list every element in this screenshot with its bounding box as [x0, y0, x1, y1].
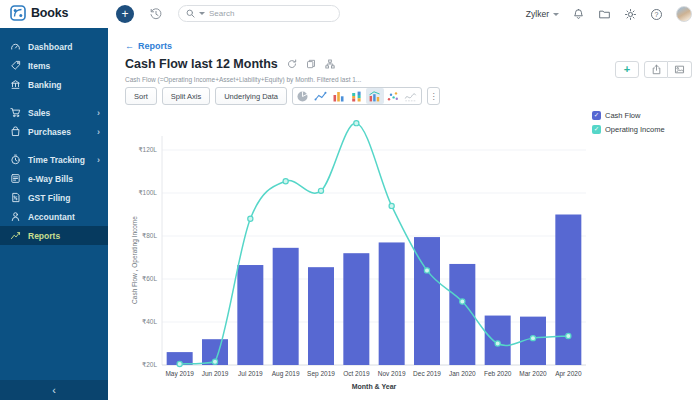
line-chart-type-icon[interactable] — [312, 88, 330, 104]
copy-button[interactable] — [306, 59, 316, 69]
bag-icon — [10, 126, 21, 137]
app-logo[interactable]: Books — [10, 5, 68, 21]
svg-text:₹100L: ₹100L — [138, 189, 157, 196]
sort-button[interactable]: Sort — [125, 87, 157, 105]
cart-icon — [10, 107, 21, 118]
svg-text:₹60L: ₹60L — [142, 275, 157, 282]
sidebar-collapse-button[interactable]: ‹ — [0, 380, 108, 400]
sidebar-item-gst-filing[interactable]: GST Filing — [0, 188, 108, 207]
bar-chart-type-icon[interactable] — [330, 88, 348, 104]
org-selector[interactable]: Zylker — [526, 9, 559, 19]
svg-text:Feb 2020: Feb 2020 — [484, 370, 512, 377]
sidebar-item-purchases[interactable]: Purchases › — [0, 122, 108, 141]
search-icon — [186, 9, 195, 18]
app-name: Books — [31, 6, 68, 20]
sidebar-item-sales[interactable]: Sales › — [0, 103, 108, 122]
svg-text:₹120L: ₹120L — [138, 146, 157, 153]
back-to-reports-link[interactable]: ← Reports — [125, 41, 172, 51]
legend-item-operating-income[interactable]: ✓ Operating Income — [592, 125, 665, 134]
chevron-right-icon: › — [97, 155, 100, 165]
tag-icon — [10, 60, 21, 71]
sidebar-item-time-tracking[interactable]: Time Tracking › — [0, 150, 108, 169]
svg-text:Mar 2020: Mar 2020 — [519, 370, 547, 377]
line-chart-icon — [10, 230, 21, 241]
folder-icon — [598, 8, 611, 21]
plus-icon: + — [624, 64, 630, 75]
svg-text:₹40L: ₹40L — [142, 318, 157, 325]
chevron-left-icon: ‹ — [52, 384, 56, 396]
global-search[interactable] — [178, 5, 340, 22]
flow-share-icon — [325, 59, 335, 69]
svg-text:May 2019: May 2019 — [165, 370, 194, 378]
underlying-data-button[interactable]: Underlying Data — [215, 87, 287, 105]
gear-icon — [624, 8, 637, 21]
settings-button[interactable] — [624, 8, 637, 21]
person-icon — [10, 211, 21, 222]
stopwatch-icon — [10, 154, 21, 165]
export-image-button[interactable] — [668, 61, 692, 78]
search-scope-caret-icon[interactable] — [199, 12, 205, 15]
scatter-chart-icon[interactable] — [384, 88, 402, 104]
svg-text:Oct 2019: Oct 2019 — [343, 370, 370, 377]
trend-chart-icon[interactable] — [402, 88, 420, 104]
sidebar-item-items[interactable]: Items — [0, 56, 108, 75]
search-input[interactable] — [209, 9, 332, 18]
combo-chart-icon[interactable] — [366, 88, 384, 104]
report-subtitle: Cash Flow (=Operating Income+Asset+Liabi… — [125, 76, 361, 83]
question-icon: ? — [650, 8, 663, 21]
user-avatar[interactable] — [676, 6, 692, 22]
back-arrow-icon: ← — [125, 41, 134, 51]
export-icon — [651, 64, 662, 75]
documents-button[interactable] — [598, 8, 611, 21]
sidebar-item-reports[interactable]: Reports — [0, 226, 108, 245]
svg-text:Dec 2019: Dec 2019 — [413, 370, 441, 377]
recent-history-button[interactable] — [149, 7, 163, 21]
svg-text:?: ? — [655, 10, 659, 17]
copy-icon — [306, 59, 316, 69]
help-button[interactable]: ? — [650, 8, 663, 21]
cashflow-chart: ₹20L₹40L₹60L₹80L₹100L₹120LMay 2019Jun 20… — [128, 110, 588, 395]
chart-type-switcher — [292, 87, 422, 105]
chevron-right-icon: › — [97, 108, 100, 118]
chevron-right-icon: › — [97, 127, 100, 137]
more-options-button[interactable]: ⋮ — [427, 87, 440, 105]
svg-text:Jul 2019: Jul 2019 — [238, 370, 263, 377]
sidebar-item-eway-bills[interactable]: e-Way Bills — [0, 169, 108, 188]
report-title: Cash Flow last 12 Months — [125, 57, 278, 71]
svg-text:Jan 2020: Jan 2020 — [449, 370, 476, 377]
books-logo-icon — [10, 5, 26, 21]
share-to-dashboard-button[interactable] — [325, 59, 335, 69]
svg-text:Jun 2019: Jun 2019 — [202, 370, 229, 377]
sidebar-item-accountant[interactable]: Accountant — [0, 207, 108, 226]
kebab-menu-icon: ⋮ — [429, 92, 437, 101]
chart-toolbar: Sort Split Axis Underlying Data — [125, 87, 440, 105]
gauge-icon — [10, 41, 21, 52]
bill-icon — [10, 173, 21, 184]
refresh-button[interactable] — [287, 59, 297, 69]
svg-text:₹20L: ₹20L — [142, 361, 157, 368]
chart-legend: ✓ Cash Flow ✓ Operating Income — [592, 111, 665, 134]
sidebar-item-dashboard[interactable]: Dashboard — [0, 37, 108, 56]
svg-text:Cash Flow , Operating Income: Cash Flow , Operating Income — [131, 216, 139, 304]
legend-item-cash-flow[interactable]: ✓ Cash Flow — [592, 111, 665, 120]
history-icon — [149, 7, 163, 21]
sidebar-item-banking[interactable]: Banking — [0, 75, 108, 94]
image-export-icon — [674, 64, 685, 75]
tax-file-icon — [10, 192, 21, 203]
split-axis-button[interactable]: Split Axis — [162, 87, 210, 105]
svg-text:Nov 2019: Nov 2019 — [378, 370, 406, 377]
refresh-icon — [287, 59, 297, 69]
export-button[interactable] — [644, 61, 668, 78]
add-widget-button[interactable]: + — [615, 61, 639, 78]
chart-canvas: ₹20L₹40L₹60L₹80L₹100L₹120LMay 2019Jun 20… — [128, 110, 588, 395]
org-name: Zylker — [526, 9, 549, 19]
bank-icon — [10, 79, 21, 90]
svg-text:Month & Year: Month & Year — [352, 383, 397, 390]
topbar: Books + Zylker — [0, 0, 700, 28]
quick-add-button[interactable]: + — [116, 5, 134, 23]
stacked-bar-icon[interactable] — [348, 88, 366, 104]
notifications-button[interactable] — [572, 8, 585, 21]
plus-icon: + — [121, 8, 128, 20]
chevron-down-icon — [553, 13, 559, 16]
pie-chart-icon[interactable] — [294, 88, 312, 104]
